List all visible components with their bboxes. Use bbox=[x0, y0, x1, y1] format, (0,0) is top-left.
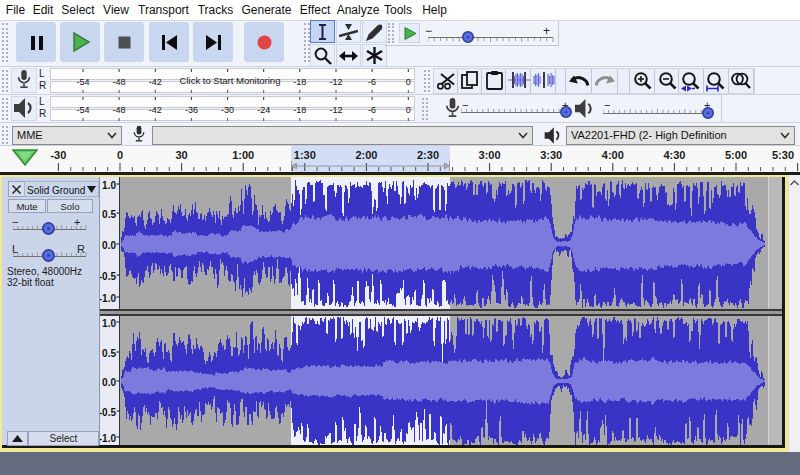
svg-text:1.0: 1.0 bbox=[102, 180, 116, 191]
svg-text:4:00: 4:00 bbox=[602, 149, 624, 161]
svg-text:5:30: 5:30 bbox=[772, 149, 794, 161]
svg-text:-24: -24 bbox=[257, 105, 270, 115]
svg-text:0: 0 bbox=[406, 77, 411, 87]
svg-text:-1.0: -1.0 bbox=[100, 293, 116, 304]
svg-text:2:00: 2:00 bbox=[355, 149, 377, 161]
svg-text:0: 0 bbox=[406, 105, 411, 115]
svg-text:-30: -30 bbox=[221, 105, 234, 115]
svg-text:-1.0: -1.0 bbox=[100, 433, 116, 444]
svg-text:5:00: 5:00 bbox=[725, 149, 747, 161]
svg-text:-48: -48 bbox=[113, 77, 126, 87]
svg-text:4:30: 4:30 bbox=[663, 149, 685, 161]
svg-text:1:00: 1:00 bbox=[232, 149, 254, 161]
svg-text:-12: -12 bbox=[329, 105, 342, 115]
svg-text:-0.5: -0.5 bbox=[100, 271, 116, 282]
svg-text:-54: -54 bbox=[76, 105, 89, 115]
svg-text:1.0: 1.0 bbox=[102, 318, 116, 329]
svg-text:-0.5: -0.5 bbox=[100, 407, 116, 418]
svg-text:0: 0 bbox=[117, 149, 123, 161]
svg-text:-12: -12 bbox=[329, 77, 342, 87]
svg-text:0.5: 0.5 bbox=[102, 209, 116, 220]
svg-text:-42: -42 bbox=[149, 105, 162, 115]
svg-text:-6: -6 bbox=[368, 77, 376, 87]
svg-text:1:30: 1:30 bbox=[294, 149, 316, 161]
svg-text:-18: -18 bbox=[293, 105, 306, 115]
svg-text:-30: -30 bbox=[50, 149, 66, 161]
svg-text:-54: -54 bbox=[76, 77, 89, 87]
svg-text:30: 30 bbox=[175, 149, 187, 161]
svg-text:0.0: 0.0 bbox=[102, 377, 116, 388]
svg-text:0.5: 0.5 bbox=[102, 348, 116, 359]
svg-text:-18: -18 bbox=[293, 77, 306, 87]
svg-text:-42: -42 bbox=[149, 77, 162, 87]
svg-text:-48: -48 bbox=[113, 105, 126, 115]
svg-text:-36: -36 bbox=[185, 105, 198, 115]
svg-text:3:30: 3:30 bbox=[540, 149, 562, 161]
svg-text:0.0: 0.0 bbox=[102, 240, 116, 251]
svg-text:3:00: 3:00 bbox=[479, 149, 501, 161]
svg-text:-6: -6 bbox=[368, 105, 376, 115]
svg-text:2:30: 2:30 bbox=[417, 149, 439, 161]
